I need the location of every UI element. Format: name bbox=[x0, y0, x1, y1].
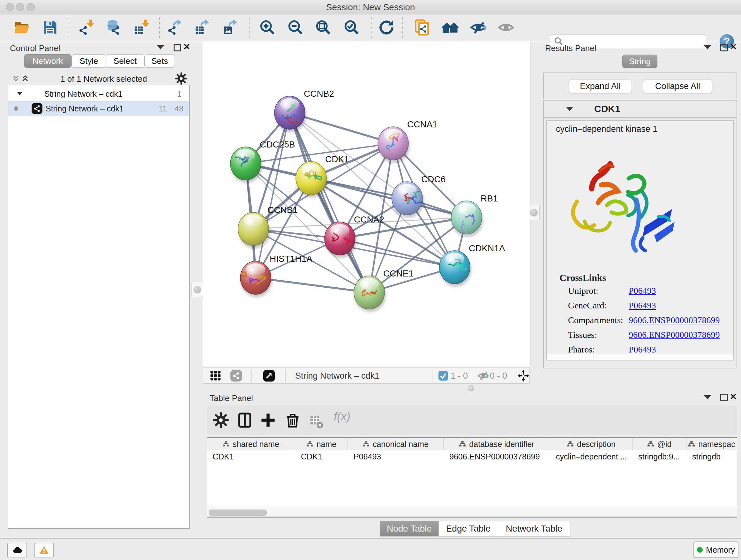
edge-CCNB2-CCNE1[interactable] bbox=[290, 113, 369, 293]
results-panel-float-icon[interactable] bbox=[720, 44, 728, 51]
table-gear-icon[interactable] bbox=[212, 412, 229, 428]
table-header-row: shared namenamecanonical namedatabase id… bbox=[207, 437, 737, 450]
export-image-button[interactable] bbox=[221, 18, 240, 37]
node-CDC6[interactable]: CDC6 bbox=[392, 174, 446, 218]
zoom-selected-button[interactable] bbox=[342, 18, 361, 37]
network-view-canvas[interactable]: CCNB2 CCNA1 CDC25B CDK1 CDC6 R bbox=[203, 42, 530, 367]
table-cell[interactable]: 9606.ENSP00000378699 bbox=[444, 450, 550, 463]
crosslink-value-link[interactable]: 9606.ENSP00000378699 bbox=[629, 330, 720, 340]
table-panel-close-icon[interactable]: × bbox=[730, 393, 737, 399]
function-builder-icon[interactable]: f(x) bbox=[334, 410, 362, 427]
tab-select[interactable]: Select bbox=[106, 54, 145, 68]
export-network-button[interactable] bbox=[166, 18, 185, 37]
horizontal-splitter-knob[interactable] bbox=[468, 385, 474, 391]
tab-string[interactable]: String bbox=[622, 55, 657, 68]
crosslink-label: Tissues: bbox=[568, 330, 597, 340]
refresh-icon bbox=[378, 19, 395, 36]
node-CCNA1[interactable]: CCNA1 bbox=[378, 119, 437, 163]
warnings-button[interactable] bbox=[35, 543, 54, 557]
crosslink-value-link[interactable]: P06493 bbox=[629, 300, 656, 311]
crosslink-value-link[interactable]: 9606.ENSP00000378699 bbox=[629, 315, 720, 325]
delete-table-icon[interactable] bbox=[309, 413, 324, 430]
add-column-icon[interactable] bbox=[260, 412, 276, 428]
column-header-shared-name[interactable]: shared name bbox=[207, 438, 295, 450]
table-cell[interactable]: stringdb:9... bbox=[632, 450, 686, 463]
zoom-fit-button[interactable] bbox=[314, 18, 333, 37]
table-columns-icon[interactable] bbox=[237, 412, 253, 428]
zoom-out-button[interactable] bbox=[286, 18, 305, 37]
delete-column-icon[interactable] bbox=[284, 412, 301, 428]
table-row[interactable]: CDK1CDK1P064939606.ENSP00000378699cyclin… bbox=[207, 450, 737, 463]
show-all-button[interactable] bbox=[497, 18, 515, 37]
node-label-CCNE1: CCNE1 bbox=[383, 268, 414, 278]
node-CCNE1[interactable]: CCNE1 bbox=[354, 268, 414, 312]
column-header-namespac[interactable]: namespac bbox=[686, 438, 737, 450]
collapse-all-tree-icon[interactable] bbox=[12, 75, 20, 82]
column-header-name[interactable]: name bbox=[295, 438, 348, 450]
network-row-selected[interactable]: String Network – cdk1 11 48 bbox=[8, 101, 189, 116]
tab-style[interactable]: Style bbox=[71, 54, 106, 68]
results-hscrollbar[interactable] bbox=[547, 353, 733, 360]
results-panel-close-icon[interactable]: × bbox=[730, 43, 737, 50]
cdk1-expander-icon[interactable] bbox=[566, 107, 573, 111]
hide-selected-button[interactable] bbox=[469, 18, 488, 37]
control-panel-collapse-icon[interactable] bbox=[157, 45, 164, 50]
control-panel-float-icon[interactable] bbox=[174, 44, 181, 51]
column-header-description[interactable]: description bbox=[550, 438, 632, 450]
grid-view-icon[interactable] bbox=[210, 370, 221, 381]
table-cell[interactable]: P06493 bbox=[348, 450, 444, 463]
fit-crosshair-icon[interactable] bbox=[518, 370, 529, 381]
birds-eye-view-icon[interactable] bbox=[263, 370, 275, 381]
memory-button[interactable]: Memory bbox=[693, 542, 738, 558]
control-panel-close-icon[interactable]: × bbox=[184, 43, 190, 50]
network-collection-row[interactable]: String Network – cdk1 1 bbox=[8, 86, 189, 101]
share-view-icon[interactable] bbox=[230, 370, 242, 381]
expand-all-tree-icon[interactable] bbox=[22, 75, 29, 82]
home-button[interactable] bbox=[441, 18, 460, 37]
column-header-database-identifier[interactable]: database identifier bbox=[444, 438, 550, 450]
tab-node-table[interactable]: Node Table bbox=[380, 521, 439, 537]
open-session-button[interactable] bbox=[12, 18, 31, 37]
node-HIST1H1A[interactable]: HIST1H1A bbox=[240, 254, 313, 297]
column-header-canonical-name[interactable]: canonical name bbox=[348, 438, 444, 450]
hidden-eye-slash-icon[interactable] bbox=[477, 370, 489, 381]
import-network-button[interactable] bbox=[77, 18, 96, 37]
collapse-all-button[interactable]: Collapse All bbox=[643, 79, 712, 93]
network-panel-gear-icon[interactable] bbox=[175, 72, 188, 85]
import-table-button[interactable] bbox=[132, 18, 151, 37]
table-cell[interactable]: CDK1 bbox=[207, 450, 295, 463]
zoom-in-button[interactable] bbox=[258, 18, 277, 37]
selected-checkbox-icon[interactable] bbox=[439, 371, 448, 381]
tree-expander-icon[interactable] bbox=[16, 90, 23, 98]
results-panel-collapse-icon[interactable] bbox=[704, 45, 711, 50]
save-session-button[interactable] bbox=[41, 18, 59, 37]
export-table-button[interactable] bbox=[193, 18, 212, 37]
tab-network[interactable]: Network bbox=[24, 54, 71, 68]
table-cell[interactable]: CDK1 bbox=[295, 450, 348, 463]
cdk1-section-header[interactable]: CDK1 bbox=[544, 101, 737, 118]
tab-network-table[interactable]: Network Table bbox=[498, 521, 570, 537]
table-hscrollbar-thumb[interactable] bbox=[209, 509, 267, 516]
table-hscrollbar[interactable] bbox=[207, 508, 737, 517]
table-cell[interactable]: stringdb bbox=[686, 450, 737, 463]
import-database-button[interactable] bbox=[104, 18, 123, 37]
node-CDKN1A[interactable]: CDKN1A bbox=[440, 243, 505, 287]
crosslink-value-link[interactable]: P06493 bbox=[629, 286, 656, 296]
expand-all-button[interactable]: Expand All bbox=[569, 79, 632, 93]
tab-edge-table[interactable]: Edge Table bbox=[439, 521, 498, 537]
table-cell[interactable]: cyclin–dependent ... bbox=[550, 450, 632, 463]
cloud-button[interactable] bbox=[7, 543, 27, 557]
annotations-button[interactable] bbox=[413, 18, 431, 37]
tab-sets[interactable]: Sets bbox=[145, 54, 175, 68]
refresh-button[interactable] bbox=[377, 18, 396, 37]
edge-HIST1H1A-CCNE1[interactable] bbox=[256, 278, 369, 293]
node-RB1[interactable]: RB1 bbox=[451, 193, 498, 237]
node-label-CCNB1: CCNB1 bbox=[267, 205, 298, 215]
table-panel-collapse-icon[interactable] bbox=[704, 395, 711, 399]
column-header--id[interactable]: @id bbox=[632, 438, 686, 450]
table-panel-float-icon[interactable] bbox=[720, 394, 728, 401]
toolbar-separator bbox=[249, 17, 250, 38]
collection-count: 1 bbox=[177, 89, 182, 99]
left-splitter-handle[interactable] bbox=[192, 282, 203, 297]
toolbar-separator bbox=[402, 17, 403, 38]
